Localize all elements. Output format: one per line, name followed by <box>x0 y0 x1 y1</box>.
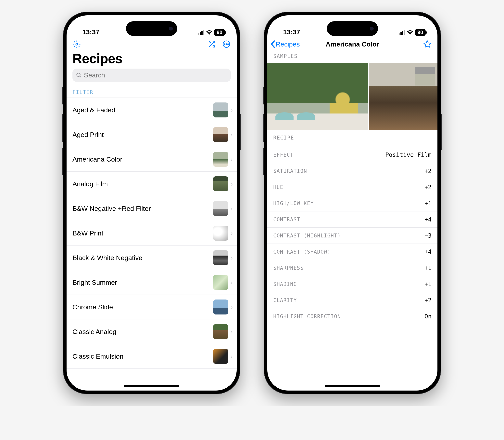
cellular-icon <box>399 30 405 35</box>
list-item-label: Aged & Faded <box>72 106 213 114</box>
wifi-icon <box>407 30 413 35</box>
list-item-thumbnail <box>213 176 228 191</box>
sample-image[interactable] <box>267 63 368 130</box>
list-item-thumbnail <box>213 300 228 315</box>
list-item[interactable]: Classic Emulsion › <box>66 344 237 369</box>
chevron-right-icon: › <box>231 328 233 335</box>
param-row: SATURATION +2 <box>267 163 438 179</box>
chevron-right-icon: › <box>231 131 233 138</box>
param-label: SHARPNESS <box>273 265 304 271</box>
list-item[interactable]: B&W Print › <box>66 221 237 245</box>
chevron-right-icon: › <box>231 205 233 212</box>
list-item[interactable]: Analog Film › <box>66 171 237 196</box>
samples-carousel[interactable] <box>267 63 438 130</box>
param-row: HIGHLIGHT CORRECTION On <box>267 308 438 324</box>
nav-bar <box>66 37 237 50</box>
svg-marker-7 <box>424 41 431 47</box>
list-item-label: Bright Summer <box>72 279 213 286</box>
back-button[interactable]: Recipes <box>270 40 300 48</box>
svg-line-6 <box>80 76 81 77</box>
svg-point-0 <box>76 43 78 45</box>
list-item[interactable]: Aged Print › <box>66 122 237 147</box>
param-label: HIGH/LOW KEY <box>273 200 314 206</box>
list-item-label: Analog Film <box>72 180 213 188</box>
list-item[interactable]: Chrome Slide › <box>66 295 237 319</box>
list-item[interactable]: B&W Negative +Red Filter › <box>66 196 237 221</box>
param-row: HIGH/LOW KEY +1 <box>267 195 438 211</box>
param-value: +1 <box>424 281 432 288</box>
param-value: +2 <box>424 184 432 191</box>
param-label: HUE <box>273 184 283 190</box>
svg-point-5 <box>77 73 80 76</box>
list-item-thumbnail <box>213 324 228 339</box>
list-item-label: Classic Emulsion <box>72 353 213 360</box>
param-row: EFFECT Positive Film <box>267 147 438 163</box>
list-item-thumbnail <box>213 349 228 364</box>
param-label: CLARITY <box>273 297 297 303</box>
shuffle-button[interactable] <box>208 40 216 48</box>
battery-indicator: 90 <box>415 29 426 36</box>
list-item-thumbnail <box>213 275 228 290</box>
dynamic-island <box>126 21 177 36</box>
param-row: HUE +2 <box>267 179 438 195</box>
list-item[interactable]: Black & White Negative › <box>66 245 237 270</box>
nav-bar: Recipes Americana Color <box>267 37 438 51</box>
list-item-label: Classic Analog <box>72 328 213 336</box>
list-item-thumbnail <box>213 102 228 117</box>
list-item[interactable]: Aged & Faded › <box>66 97 237 122</box>
favorite-button[interactable] <box>423 40 432 48</box>
list-item-thumbnail <box>213 127 228 142</box>
param-label: HIGHLIGHT CORRECTION <box>273 314 341 319</box>
param-label: EFFECT <box>273 152 293 158</box>
list-item-label: B&W Negative +Red Filter <box>72 205 213 212</box>
param-row: SHADING +1 <box>267 276 438 292</box>
param-label: SATURATION <box>273 168 307 174</box>
back-label: Recipes <box>276 41 300 48</box>
param-value: +4 <box>424 248 432 255</box>
list-item[interactable]: Americana Color › <box>66 147 237 171</box>
filter-section-header: FILTER <box>66 85 237 97</box>
list-item[interactable]: Classic Analog › <box>66 319 237 344</box>
chevron-right-icon: › <box>231 303 233 311</box>
list-item-thumbnail <box>213 152 228 167</box>
search-input[interactable] <box>84 71 227 79</box>
recipe-list[interactable]: Aged & Faded › Aged Print › Americana Co… <box>66 97 237 391</box>
list-item-label: Americana Color <box>72 155 213 163</box>
param-value: +2 <box>424 167 432 174</box>
list-item-thumbnail <box>213 250 228 265</box>
param-value: +1 <box>424 264 432 271</box>
param-row: CONTRAST (HIGHLIGHT) −3 <box>267 227 438 244</box>
status-time: 13:37 <box>283 28 300 36</box>
param-value: On <box>424 313 432 320</box>
more-button[interactable] <box>222 40 231 48</box>
chevron-right-icon: › <box>231 180 233 188</box>
param-row: CONTRAST +4 <box>267 211 438 227</box>
list-item-label: Aged Print <box>72 131 213 138</box>
home-indicator[interactable] <box>124 385 179 387</box>
list-item[interactable]: Bright Summer › <box>66 270 237 295</box>
svg-point-3 <box>226 44 227 44</box>
search-bar[interactable] <box>72 69 231 82</box>
list-item-label: Chrome Slide <box>72 303 213 311</box>
param-value: Positive Film <box>385 151 432 158</box>
list-item-thumbnail <box>213 201 228 216</box>
svg-point-4 <box>228 44 228 44</box>
list-item-label: Black & White Negative <box>72 254 213 262</box>
search-icon <box>76 72 82 78</box>
dynamic-island <box>327 21 378 36</box>
phone-frame-left: 13:37 90 Recipes <box>63 12 240 394</box>
list-item-thumbnail <box>213 226 228 241</box>
sample-image[interactable] <box>369 63 438 130</box>
param-label: CONTRAST (HIGHLIGHT) <box>273 233 341 239</box>
star-icon <box>423 40 431 48</box>
page-title: Recipes <box>66 50 237 69</box>
param-value: +2 <box>424 297 432 304</box>
screen-recipes-list: 13:37 90 Recipes <box>66 15 237 391</box>
chevron-right-icon: › <box>231 353 233 360</box>
cellular-icon <box>198 30 204 35</box>
phone-frame-right: 13:37 90 Recipes Americana Color SAMPLES… <box>264 12 441 394</box>
wifi-icon <box>206 30 212 35</box>
home-indicator[interactable] <box>325 385 380 387</box>
param-value: +4 <box>424 216 432 223</box>
settings-button[interactable] <box>72 40 81 48</box>
